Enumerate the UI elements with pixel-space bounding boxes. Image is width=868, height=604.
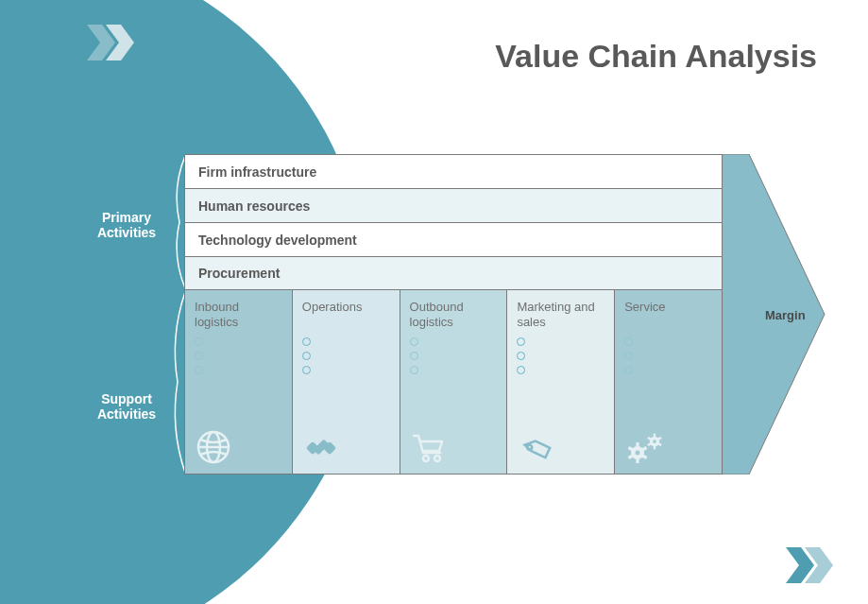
bullet-list — [624, 337, 712, 374]
chevron-pair-icon — [786, 547, 835, 587]
support-row: Human resources — [184, 188, 723, 222]
svg-point-8 — [434, 456, 440, 461]
primary-cell-inbound: Inbound logistics — [184, 290, 292, 475]
tag-icon — [517, 424, 604, 466]
primary-cell-operations: Operations — [292, 290, 400, 475]
value-chain: Margin Firm infrastructure Human resourc… — [184, 154, 826, 475]
primary-cell-title: Inbound logistics — [195, 300, 282, 332]
activity-rows: Firm infrastructure Human resources Tech… — [184, 154, 723, 475]
primary-cell-title: Marketing and sales — [517, 300, 604, 332]
support-row: Technology development — [184, 222, 723, 256]
primary-cell-marketing: Marketing and sales — [506, 290, 614, 475]
bullet-list — [517, 337, 604, 374]
primary-activities-label: Primary Activities — [89, 210, 164, 240]
globe-icon — [195, 424, 282, 466]
bullet-list — [410, 337, 498, 374]
svg-rect-14 — [637, 458, 639, 463]
primary-cell-title: Operations — [302, 300, 390, 332]
svg-rect-19 — [654, 434, 655, 438]
support-row-label: Procurement — [198, 266, 280, 281]
chevron-pair-icon — [87, 25, 136, 64]
support-row-label: Firm infrastructure — [198, 164, 316, 180]
support-row: Firm infrastructure — [184, 154, 723, 188]
bullet-list — [302, 337, 390, 374]
primary-cell-title: Outbound logistics — [410, 300, 498, 332]
primary-cell-title: Service — [624, 300, 712, 332]
svg-point-9 — [527, 444, 533, 450]
svg-point-25 — [653, 440, 656, 443]
svg-point-7 — [423, 456, 429, 461]
support-row: Procurement — [184, 256, 723, 290]
page-title: Value Chain Analysis — [495, 38, 817, 75]
gears-icon — [624, 424, 712, 466]
primary-cell-outbound: Outbound logistics — [400, 290, 507, 475]
svg-point-17 — [636, 451, 640, 456]
margin-label: Margin — [765, 307, 806, 321]
satellite-icon — [302, 424, 390, 466]
svg-rect-11 — [637, 442, 639, 447]
support-activities-label: Support Activities — [89, 391, 164, 422]
primary-row: Inbound logistics Operations — [184, 290, 723, 475]
primary-cell-service: Service — [614, 290, 723, 475]
cart-icon — [410, 424, 498, 466]
support-row-label: Technology development — [198, 233, 357, 248]
svg-rect-22 — [654, 446, 655, 450]
bullet-list — [195, 337, 282, 374]
support-row-label: Human resources — [198, 198, 310, 214]
